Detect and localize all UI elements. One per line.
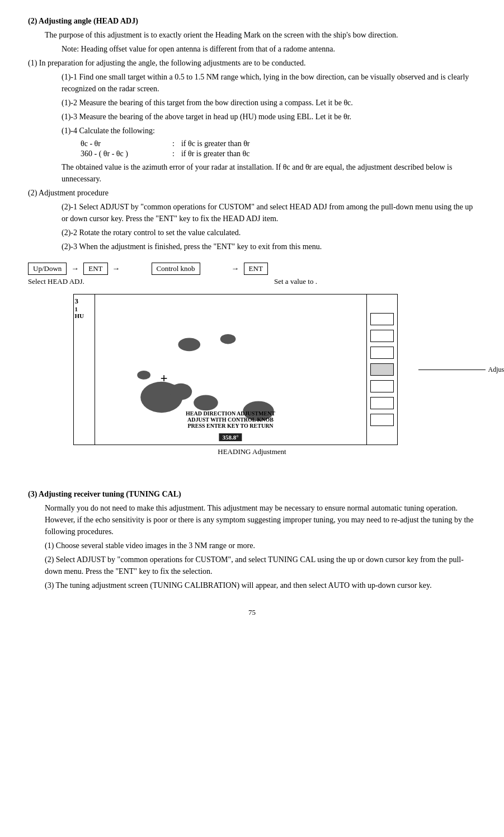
flow-arrow2: → [112,264,120,273]
island4b [169,384,192,400]
radar-left-panel: 3 1 HU [74,294,95,445]
section2-step2: (2) Adjustment procedure [28,187,476,199]
radar-display: 3 1 HU [73,294,398,445]
section3-step3: (3) The tuning adjustment screen (TUNING… [45,579,476,591]
flow-box1: Up/Down [28,263,67,275]
radar-btn-5[interactable] [370,380,394,392]
radar-value-box: 358.8° [219,433,242,441]
annotation-text: Adjust with Control knob [488,366,504,374]
section2-step1-4: (1)-4 Calculate the following: [62,125,476,137]
diagram-caption: HEADING Adjustment [73,447,431,456]
formula1-right: if θc is greater than θr [179,139,252,149]
page-number: 75 [28,608,476,617]
island1 [178,338,200,352]
formula1-colon: : [168,139,179,149]
radar-line3: PRESS ENTER KEY TO RETURN [186,423,275,429]
section2-step1-1: (1)-1 Find one small target within a 0.5… [62,71,476,95]
crosshair-text: + [160,371,167,385]
flow-arrow1: → [71,264,79,273]
section2-step2-2: (2)-2 Rotate the rotary control to set t… [62,227,476,239]
flow-box3: Control knob [152,263,200,275]
formula-table: θc - θr : if θc is greater than θr 360 -… [78,139,252,159]
radar-btn-3[interactable] [370,347,394,359]
formula2-left: 360 - ( θr - θc ) [78,149,168,159]
formula1-left: θc - θr [78,139,168,149]
flow-labels-row: Select HEAD ADJ. Set a value to . [28,277,476,286]
page-content: (2) Adjusting angle (HEAD ADJ) The purpo… [28,17,476,617]
radar-line1: HEAD DIRECTION ADJUSTMENT [186,410,275,417]
section2-step2-3: (2)-3 When the adjustment is finished, p… [62,241,476,252]
spacer [28,467,476,490]
diagram-container: 3 1 HU [73,294,431,456]
section2-step1: (1) In preparation for adjusting the ang… [28,57,476,69]
section2-note: Note: Heading offset value for open ante… [62,43,476,55]
section2-step1-3: (1)-3 Measure the bearing of the above t… [62,111,476,123]
radar-mode-hu: HU [75,312,84,319]
section2-step1-2: (1)-2 Measure the bearing of this target… [62,97,476,109]
flow-box4: ENT [244,263,268,275]
annotation-line-svg [418,369,486,370]
island3 [137,371,150,380]
flow-row: Up/Down → ENT → Control knob → ENT [28,263,476,275]
flow-label-right: Set a value to . [274,277,317,286]
radar-main-area: + HEAD DIRECTION ADJUSTMENT ADJUST WITH … [95,294,366,445]
radar-btn-4-active[interactable] [370,363,394,376]
section3-intro: Normally you do not need to make this ad… [45,502,476,537]
radar-btn-7[interactable] [370,414,394,426]
section3-step1: (1) Choose several stable video images i… [45,540,476,551]
radar-scale-1: 1 [75,306,78,312]
formula2-right: if θr is greater than θc [179,149,252,159]
flow-label-left: Select HEAD ADJ. [28,277,140,286]
radar-bottom-text: HEAD DIRECTION ADJUSTMENT ADJUST WITH CO… [186,410,275,429]
radar-btn-2[interactable] [370,330,394,342]
formula2-colon: : [168,149,179,159]
section2-intro: The purpose of this adjustment is to exa… [45,29,476,41]
flow-box2: ENT [83,263,107,275]
radar-btn-6[interactable] [370,397,394,409]
island2 [220,334,235,344]
formula-note: The obtained value is the azimuth error … [62,161,476,185]
section2-step2-1: (2)-1 Select ADJUST by "common operation… [62,201,476,225]
radar-btn-1[interactable] [370,313,394,325]
island5 [194,395,218,411]
section3-step2: (2) Select ADJUST by "common operations … [45,554,476,577]
radar-scale-3: 3 [75,297,79,306]
section3-title: (3) Adjusting receiver tuning (TUNING CA… [28,490,476,499]
radar-line2: ADJUST WITH CONTROL KNOB [186,417,275,423]
annotation-container: Adjust with Control knob [418,366,504,374]
radar-right-panel [366,294,397,445]
flow-arrow3: → [232,264,239,273]
section2-title: (2) Adjusting angle (HEAD ADJ) [28,17,476,26]
